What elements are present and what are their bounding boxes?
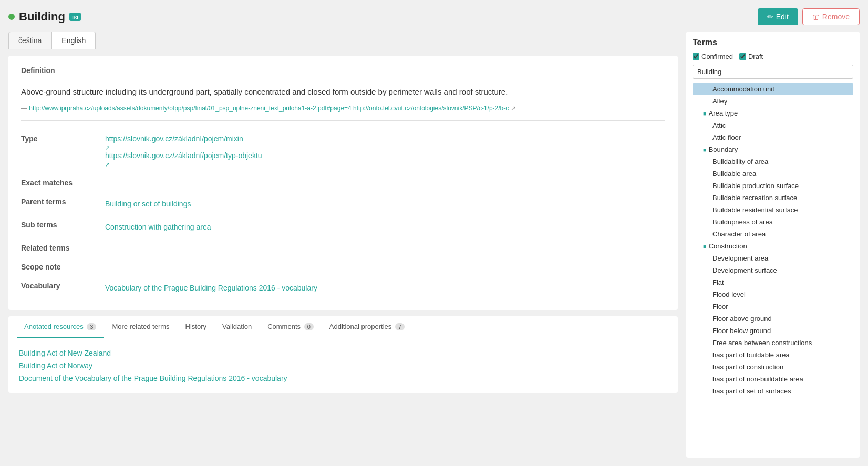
draft-checkbox[interactable]: [739, 53, 746, 60]
definition-label: Definition: [21, 66, 665, 79]
term-item-label: Construction: [709, 242, 747, 250]
tab-more-related-label: More related terms: [112, 323, 169, 330]
related-terms-label: Related terms: [21, 239, 105, 257]
edit-button[interactable]: ✏ Edit: [758, 8, 798, 25]
parent-term-link-1[interactable]: Building or set of buildings: [105, 198, 665, 210]
term-list-item[interactable]: Alley: [693, 95, 853, 107]
term-list-item[interactable]: Development area: [693, 252, 853, 264]
vocabulary-label: Vocabulary: [21, 276, 105, 299]
related-terms-value: [105, 239, 665, 257]
expand-icon[interactable]: ■: [703, 110, 707, 117]
tab-additional[interactable]: Additional properties 7: [322, 316, 412, 338]
sub-terms-value: Construction with gathering area: [105, 215, 665, 239]
content-card: Definition Above-ground structure includ…: [8, 56, 678, 310]
comments-badge: 0: [304, 323, 314, 330]
scope-note-row: Scope note: [21, 257, 665, 276]
term-list-item[interactable]: ■Boundary: [693, 143, 853, 156]
term-item-label: Attic: [712, 121, 726, 129]
term-list-item[interactable]: Buildable recreation surface: [693, 192, 853, 204]
top-bar: Building IRI ✏ Edit 🗑 Remove: [8, 8, 860, 25]
tab-cestina[interactable]: čeština: [8, 32, 51, 49]
type-link-1[interactable]: https://slovnik.gov.cz/základní/pojem/mi…: [105, 134, 665, 143]
term-item-label: Attic floor: [712, 133, 741, 141]
term-item-label: Alley: [712, 97, 727, 105]
tab-english[interactable]: English: [51, 32, 96, 49]
source-link-2[interactable]: http://onto.fel.cvut.cz/ontologies/slovn…: [353, 105, 509, 112]
exact-matches-value: [105, 173, 665, 192]
term-item-label: Buildable area: [712, 170, 756, 178]
iri-icon: IRI: [69, 13, 81, 21]
term-list-item[interactable]: Buildupness of area: [693, 216, 853, 228]
term-list-item[interactable]: ■Area type: [693, 107, 853, 119]
remove-button[interactable]: 🗑 Remove: [802, 8, 860, 25]
sub-terms-label: Sub terms: [21, 215, 105, 239]
term-list-item[interactable]: has part of construction: [693, 361, 853, 373]
term-item-label: Floor below ground: [712, 327, 771, 335]
confirmed-filter[interactable]: Confirmed: [693, 53, 733, 60]
term-list-item[interactable]: Free area between constructions: [693, 337, 853, 349]
term-list-item[interactable]: Flat: [693, 276, 853, 288]
scope-note-label: Scope note: [21, 257, 105, 276]
sub-terms-row: Sub terms Construction with gathering ar…: [21, 215, 665, 239]
confirmed-checkbox[interactable]: [693, 53, 699, 60]
term-item-label: Buildable residential surface: [712, 206, 798, 214]
term-list-item[interactable]: has part of buildable area: [693, 349, 853, 361]
term-list-item[interactable]: Buildable area: [693, 168, 853, 180]
term-list-item[interactable]: has part of non-buildable area: [693, 373, 853, 385]
related-terms-row: Related terms: [21, 239, 665, 257]
type-link-2[interactable]: https://slovnik.gov.cz/základní/pojem/ty…: [105, 151, 665, 160]
expand-icon[interactable]: ■: [703, 147, 707, 153]
additional-badge: 7: [395, 323, 405, 330]
tab-annotated-label: Anotated resources: [24, 323, 84, 330]
term-item-label: has part of buildable area: [712, 351, 790, 359]
term-list-item[interactable]: Accommodation unit: [693, 83, 853, 95]
term-list-item[interactable]: Buildable production surface: [693, 180, 853, 192]
tab-validation[interactable]: Validation: [215, 316, 259, 338]
sub-term-link-1[interactable]: Construction with gathering area: [105, 221, 665, 233]
vocabulary-link[interactable]: Vocabulary of the Prague Building Regula…: [105, 282, 665, 294]
annotated-link-3[interactable]: Document of the Vocabulary of the Prague…: [19, 372, 667, 385]
annotated-link-1[interactable]: Building Act of New Zealand: [19, 347, 667, 359]
tab-additional-label: Additional properties: [329, 323, 392, 330]
term-item-label: Area type: [709, 109, 738, 117]
term-item-label: has part of non-buildable area: [712, 375, 803, 383]
term-list-item[interactable]: Floor: [693, 301, 853, 313]
terms-search-input[interactable]: [693, 65, 853, 79]
term-list-item[interactable]: ■Construction: [693, 240, 853, 252]
source-link-1[interactable]: http://www.iprpraha.cz/uploads/assets/do…: [29, 105, 351, 112]
tab-history-label: History: [185, 323, 206, 330]
term-item-label: Accommodation unit: [712, 85, 774, 93]
term-list-item[interactable]: Floor above ground: [693, 313, 853, 325]
term-list-item[interactable]: Flood level: [693, 288, 853, 301]
term-item-label: Flat: [712, 278, 724, 286]
term-list-item[interactable]: Buildability of area: [693, 156, 853, 168]
term-list-item[interactable]: Buildable residential surface: [693, 204, 853, 216]
term-item-label: Buildupness of area: [712, 218, 773, 226]
draft-filter[interactable]: Draft: [739, 53, 763, 60]
divider-1: [21, 120, 665, 121]
definition-sources: — http://www.iprpraha.cz/uploads/assets/…: [21, 105, 665, 112]
iri-link[interactable]: IRI: [69, 13, 81, 21]
ext-icon-2: ↗: [105, 161, 110, 168]
expand-icon[interactable]: ■: [703, 243, 707, 250]
annotated-link-2[interactable]: Building Act of Norway: [19, 359, 667, 372]
term-item-label: Buildable recreation surface: [712, 194, 797, 202]
term-item-label: Flood level: [712, 291, 746, 298]
tab-history[interactable]: History: [178, 316, 214, 338]
ext-icon-1: ↗: [105, 144, 110, 151]
exact-matches-label: Exact matches: [21, 173, 105, 192]
term-list-item[interactable]: Floor below ground: [693, 325, 853, 337]
term-item-label: Character of area: [712, 230, 766, 238]
type-label: Type: [21, 129, 105, 173]
tab-annotated[interactable]: Anotated resources 3: [17, 316, 104, 338]
term-list-item[interactable]: Development surface: [693, 264, 853, 276]
tab-validation-label: Validation: [222, 323, 252, 330]
term-list-item[interactable]: has part of set of surfaces: [693, 385, 853, 397]
tab-comments[interactable]: Comments 0: [260, 316, 321, 338]
terms-list: Accommodation unitAlley■Area typeAtticAt…: [693, 83, 853, 440]
tab-more-related[interactable]: More related terms: [105, 316, 177, 338]
term-list-item[interactable]: Attic: [693, 119, 853, 131]
term-list-item[interactable]: Character of area: [693, 228, 853, 240]
definition-section: Definition Above-ground structure includ…: [21, 66, 665, 112]
term-list-item[interactable]: Attic floor: [693, 131, 853, 143]
